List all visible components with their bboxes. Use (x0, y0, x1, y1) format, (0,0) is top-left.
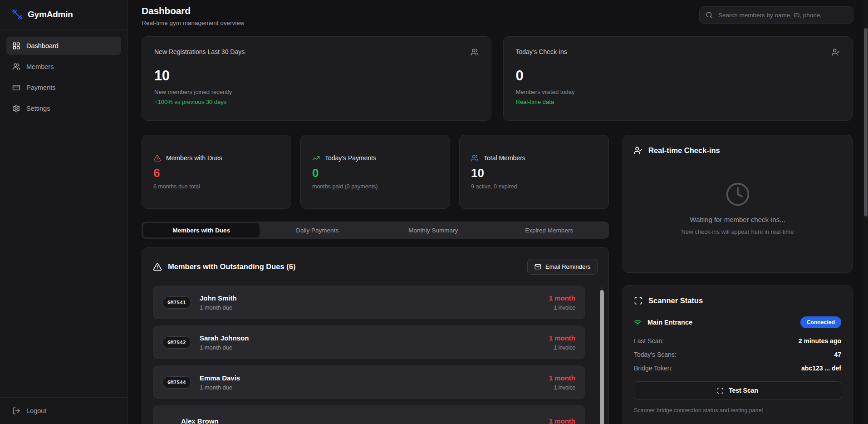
sidebar-item-payments[interactable]: Payments (6, 79, 121, 97)
sidebar-item-label: Payments (26, 84, 55, 91)
stat-sub: 6 months due total (153, 183, 280, 190)
member-info: Alex Brown (181, 417, 540, 424)
tab-members-with-dues[interactable]: Members with Dues (143, 223, 260, 237)
kpi-subtitle: Members visited today (516, 89, 840, 95)
realtime-checkins-card: Real-time Check-ins Waiting for member c… (623, 135, 853, 273)
member-row[interactable]: GM7541 John Smith 1 month due 1 month 1 … (153, 286, 585, 319)
email-reminders-button[interactable]: Email Reminders (527, 259, 598, 275)
scanner-location-row: Main Entrance Connected (634, 316, 841, 328)
scanner-stat-label: Today's Scans: (634, 351, 677, 358)
stat-head: Today's Payments (312, 154, 438, 162)
member-id-badge: GM7542 (162, 336, 191, 349)
member-due-text: 1 month due (200, 384, 540, 391)
scan-icon (717, 387, 724, 394)
stats-row: Members with Dues 6 6 months due total T… (142, 135, 609, 209)
dues-list: GM7541 John Smith 1 month due 1 month 1 … (153, 286, 598, 424)
page-subtitle: Real-time gym management overview (142, 20, 245, 26)
logout-icon (12, 407, 20, 415)
stat-label: Members with Dues (166, 154, 222, 162)
page-title: Dashboard (142, 5, 245, 16)
stat-label: Total Members (484, 154, 525, 162)
checkins-empty-state: Waiting for member check-ins... New chec… (634, 155, 841, 261)
member-invoice-count: 1 invoice (549, 345, 575, 351)
member-name: Sarah Johnson (200, 334, 540, 342)
member-info: Emma Davis 1 month due (200, 374, 540, 391)
kpi-card-todays-checkins: Today's Check-ins 0 Members visited toda… (503, 36, 853, 121)
content-columns: Members with Dues 6 6 months due total T… (142, 121, 853, 424)
content: New Registrations Last 30 Days 10 New me… (128, 26, 868, 424)
search-box[interactable] (699, 6, 853, 24)
member-row[interactable]: GM7542 Sarah Johnson 1 month due 1 month… (153, 325, 585, 359)
member-invoice-count: 1 invoice (549, 385, 575, 391)
sidebar-item-members[interactable]: Members (6, 58, 121, 76)
user-check-icon (634, 146, 642, 155)
member-info: Sarah Johnson 1 month due (200, 334, 540, 351)
stat-card-members-with-dues: Members with Dues 6 6 months due total (142, 135, 291, 209)
scanner-stat-value: abc123 ... def (801, 365, 841, 372)
stat-sub: 9 active, 0 expired (471, 183, 597, 190)
member-name: Emma Davis (200, 374, 540, 382)
member-dues-summary: 1 month 1 invoice (549, 294, 575, 311)
page-scrollbar[interactable] (863, 0, 868, 424)
member-id-badge: GM7541 (162, 296, 191, 309)
app-window: GymAdmin Dashboard Members Payments Sett… (0, 0, 868, 424)
test-scan-button[interactable]: Test Scan (634, 381, 841, 399)
scanner-status-header: Scanner Status (634, 296, 841, 305)
dues-list-scrollbar-thumb[interactable] (600, 290, 604, 424)
test-scan-label: Test Scan (729, 387, 758, 394)
member-id-badge (162, 419, 172, 424)
kpi-title: Today's Check-ins (516, 48, 840, 55)
stat-value: 0 (312, 166, 438, 180)
sidebar-item-settings[interactable]: Settings (6, 99, 121, 118)
users-icon (471, 154, 479, 162)
sidebar-item-label: Settings (26, 105, 50, 112)
brand-row: GymAdmin (0, 0, 128, 30)
user-check-icon (832, 48, 840, 58)
dues-panel-title-text: Members with Outstanding Dues (6) (168, 262, 295, 271)
users-icon (471, 48, 479, 58)
scanner-stats: Last Scan: 2 minutes ago Today's Scans: … (634, 337, 841, 372)
search-input[interactable] (717, 11, 847, 19)
member-row[interactable]: Alex Brown 1 month (153, 405, 585, 424)
member-months-overdue: 1 month (549, 374, 575, 382)
search-icon (706, 11, 713, 19)
stat-sub: months paid (0 payments) (312, 183, 438, 190)
tab-expired-members[interactable]: Expired Members (491, 223, 608, 237)
gear-icon (12, 104, 20, 113)
kpi-value: 0 (516, 68, 840, 84)
dues-panel-title: Members with Outstanding Dues (6) (153, 262, 295, 271)
scanner-location-label: Main Entrance (647, 319, 692, 326)
tab-daily-payments[interactable]: Daily Payments (260, 223, 376, 237)
dashboard-grid-icon (12, 42, 20, 50)
member-name: John Smith (200, 294, 540, 302)
logout-button[interactable]: Logout (0, 397, 128, 424)
scanner-stat-row: Today's Scans: 47 (634, 351, 841, 358)
dues-list-scrollbar[interactable] (600, 287, 604, 424)
sidebar-item-label: Members (26, 63, 54, 70)
member-row[interactable]: GM7544 Emma Davis 1 month due 1 month 1 … (153, 365, 585, 399)
checkins-empty-subtitle: New check-ins will appear here in real-t… (682, 228, 794, 235)
main-area: Dashboard Real-time gym management overv… (128, 0, 868, 424)
users-icon (12, 63, 20, 71)
member-dues-summary: 1 month 1 invoice (549, 374, 575, 391)
scanner-stat-value: 47 (834, 351, 841, 358)
member-dues-summary: 1 month (549, 417, 575, 424)
connected-status-badge: Connected (800, 316, 841, 328)
member-months-overdue: 1 month (549, 417, 575, 424)
page-scrollbar-thumb[interactable] (864, 28, 868, 217)
credit-card-icon (12, 84, 20, 92)
member-invoice-count: 1 invoice (549, 305, 575, 311)
dumbbell-icon (12, 9, 23, 20)
kpi-title: New Registrations Last 30 Days (154, 48, 479, 55)
stat-card-total-members: Total Members 10 9 active, 0 expired (459, 135, 609, 209)
member-info: John Smith 1 month due (200, 294, 540, 311)
kpi-subtitle: New members joined recently (154, 89, 479, 95)
stat-card-todays-payments: Today's Payments 0 months paid (0 paymen… (300, 135, 450, 209)
tab-monthly-summary[interactable]: Monthly Summary (375, 223, 491, 237)
sidebar-item-dashboard[interactable]: Dashboard (6, 37, 121, 55)
member-months-overdue: 1 month (549, 334, 575, 342)
kpi-trend: Real-time data (516, 99, 840, 105)
realtime-checkins-title: Real-time Check-ins (648, 146, 720, 155)
dues-panel: Members with Outstanding Dues (6) Email … (142, 247, 609, 424)
page-header: Dashboard Real-time gym management overv… (128, 0, 868, 26)
